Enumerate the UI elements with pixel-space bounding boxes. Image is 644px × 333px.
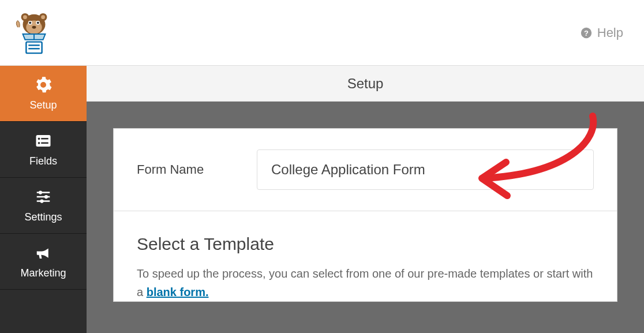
sliders-icon bbox=[35, 188, 52, 205]
help-label: Help bbox=[597, 25, 623, 40]
bullhorn-icon bbox=[35, 244, 52, 261]
sidebar-item-settings[interactable]: Settings bbox=[0, 178, 87, 234]
svg-point-19 bbox=[38, 141, 40, 144]
top-bar: ? Help bbox=[0, 0, 644, 66]
blank-form-link[interactable]: blank form. bbox=[147, 286, 209, 298]
svg-rect-16 bbox=[36, 135, 51, 147]
sidebar-item-label: Setup bbox=[29, 99, 57, 111]
svg-point-24 bbox=[44, 194, 48, 198]
sidebar: Setup Fields Settings bbox=[0, 66, 87, 333]
svg-rect-11 bbox=[26, 42, 42, 53]
setup-panel: Form Name Select a Template To speed up … bbox=[113, 128, 617, 302]
content: Setup Form Name Select a Template To spe… bbox=[87, 66, 644, 333]
svg-point-17 bbox=[38, 137, 40, 140]
gear-icon bbox=[35, 76, 52, 93]
template-section: Select a Template To speed up the proces… bbox=[114, 211, 617, 301]
svg-point-9 bbox=[37, 21, 39, 24]
template-description: To speed up the process, you can select … bbox=[137, 264, 594, 301]
panel-wrap: Form Name Select a Template To speed up … bbox=[87, 102, 644, 302]
svg-point-26 bbox=[40, 199, 43, 203]
sidebar-item-label: Fields bbox=[29, 155, 57, 167]
help-link[interactable]: ? Help bbox=[580, 25, 623, 40]
form-name-label: Form Name bbox=[137, 162, 218, 177]
form-name-row: Form Name bbox=[114, 129, 617, 211]
svg-point-4 bbox=[41, 15, 45, 19]
svg-point-3 bbox=[23, 15, 27, 19]
main-area: Setup Fields Settings bbox=[0, 66, 644, 333]
svg-text:?: ? bbox=[584, 28, 589, 37]
svg-rect-18 bbox=[41, 138, 48, 140]
sidebar-item-fields[interactable]: Fields bbox=[0, 122, 87, 178]
svg-point-8 bbox=[29, 21, 31, 24]
form-name-input[interactable] bbox=[257, 149, 594, 190]
help-icon: ? bbox=[580, 27, 593, 39]
sidebar-item-label: Settings bbox=[24, 211, 62, 223]
sidebar-item-setup[interactable]: Setup bbox=[0, 66, 87, 122]
app-logo bbox=[12, 10, 57, 55]
svg-rect-20 bbox=[41, 142, 48, 144]
template-heading: Select a Template bbox=[137, 234, 594, 254]
content-title: Setup bbox=[87, 66, 644, 102]
svg-point-22 bbox=[39, 190, 42, 194]
sidebar-item-marketing[interactable]: Marketing bbox=[0, 234, 87, 290]
svg-point-10 bbox=[32, 25, 36, 28]
list-icon bbox=[35, 132, 52, 149]
sidebar-item-label: Marketing bbox=[20, 267, 66, 279]
